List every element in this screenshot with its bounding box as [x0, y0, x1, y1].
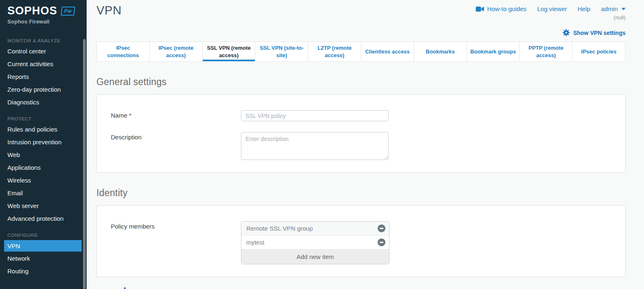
- sidebar-scrollbar-track[interactable]: [82, 39, 87, 289]
- sophos-logo: SOPHOS: [7, 5, 57, 17]
- nav-section-monitor-analyze: MONITOR & ANALYZE: [0, 36, 87, 45]
- sidebar-item-web-server[interactable]: Web server: [4, 199, 82, 212]
- sidebar-item-diagnostics[interactable]: Diagnostics: [4, 96, 82, 109]
- list-item: Remote SSL VPN group: [241, 222, 389, 236]
- sidebar-item-web[interactable]: Web: [4, 148, 82, 161]
- nav-section-protect: PROTECT: [0, 114, 87, 123]
- sidebar-item-reports[interactable]: Reports: [4, 70, 82, 83]
- general-settings-heading: General settings: [96, 76, 626, 88]
- sidebar: SOPHOS Fw Sophos Firewall MONITOR & ANAL…: [0, 0, 87, 289]
- user-name: admin: [601, 5, 618, 12]
- next-section-heading-fragment: [124, 287, 126, 289]
- list-item: mytest: [241, 236, 389, 250]
- tab-l2tp-remote-access[interactable]: L2TP (remote access): [308, 42, 361, 61]
- show-vpn-settings-button[interactable]: Show VPN settings: [563, 29, 626, 36]
- page-title: VPN: [96, 4, 121, 17]
- tab-ssl-vpn-site-to-site[interactable]: SSL VPN (site-to-site): [255, 42, 308, 61]
- tab-ipsec-policies[interactable]: IPsec policies: [573, 42, 626, 61]
- description-label: Description: [111, 132, 241, 141]
- tab-bookmark-groups[interactable]: Bookmark groups: [467, 42, 520, 61]
- firewall-badge-icon: Fw: [60, 7, 75, 16]
- sidebar-item-routing[interactable]: Routing: [4, 265, 82, 277]
- name-label: Name *: [111, 110, 241, 119]
- main-content: VPN How-to guides Log viewer Help: [87, 0, 644, 289]
- tab-ipsec-remote-access[interactable]: IPsec (remote access): [150, 42, 203, 61]
- nav-section-configure: CONFIGURE: [0, 231, 87, 239]
- policy-members-list: Remote SSL VPN group mytest Add new item: [241, 221, 390, 264]
- sidebar-item-network[interactable]: Network: [4, 252, 82, 265]
- name-input[interactable]: [241, 110, 389, 121]
- sidebar-item-rules-and-policies[interactable]: Rules and policies: [4, 123, 82, 136]
- video-camera-icon: [476, 6, 484, 12]
- tab-clientless-access[interactable]: Clientless access: [361, 42, 414, 61]
- help-link[interactable]: Help: [578, 5, 590, 12]
- policy-members-label: Policy members: [111, 221, 241, 230]
- brand-subtitle: Sophos Firewall: [7, 18, 79, 25]
- minus-circle-icon[interactable]: [378, 238, 385, 246]
- log-viewer-label: Log viewer: [537, 5, 567, 12]
- description-textarea[interactable]: [241, 132, 389, 160]
- minus-circle-icon[interactable]: [378, 224, 385, 232]
- sidebar-item-intrusion-prevention[interactable]: Intrusion prevention: [4, 136, 82, 148]
- general-settings-card: Name * Description: [96, 94, 626, 173]
- user-menu[interactable]: admin: [601, 5, 626, 12]
- add-new-item-button[interactable]: Add new item: [241, 250, 389, 264]
- tab-pptp-remote-access[interactable]: PPTP (remote access): [520, 42, 573, 61]
- tab-ssl-vpn-remote-access[interactable]: SSL VPN (remote access): [203, 42, 256, 61]
- member-name: mytest: [246, 239, 264, 246]
- sidebar-item-zero-day-protection[interactable]: Zero-day protection: [4, 83, 82, 96]
- sidebar-scrollbar-thumb[interactable]: [83, 39, 86, 289]
- utility-area: How-to guides Log viewer Help admin (nul…: [476, 4, 626, 21]
- identity-heading: Identity: [96, 187, 626, 199]
- tab-bookmarks[interactable]: Bookmarks: [414, 42, 467, 61]
- caret-down-icon: [621, 8, 626, 10]
- identity-card: Policy members Remote SSL VPN group myte…: [96, 205, 626, 277]
- sidebar-item-vpn[interactable]: VPN: [4, 240, 82, 252]
- sidebar-item-control-center[interactable]: Control center: [4, 45, 82, 58]
- member-name: Remote SSL VPN group: [246, 225, 313, 232]
- user-subtext: (null): [476, 14, 626, 21]
- gear-icon: [563, 29, 570, 36]
- sidebar-item-advanced-protection[interactable]: Advanced protection: [4, 212, 82, 225]
- sidebar-item-current-activities[interactable]: Current activities: [4, 58, 82, 70]
- sidebar-item-email[interactable]: Email: [4, 187, 82, 199]
- log-viewer-link[interactable]: Log viewer: [537, 5, 567, 12]
- brand-logo: SOPHOS Fw Sophos Firewall: [0, 0, 87, 25]
- sidebar-item-applications[interactable]: Applications: [4, 161, 82, 174]
- vpn-tabstrip: IPsec connections IPsec (remote access) …: [96, 42, 626, 62]
- sidebar-nav: MONITOR & ANALYZE Control center Current…: [0, 36, 87, 277]
- show-vpn-settings-label: Show VPN settings: [573, 30, 626, 36]
- help-label: Help: [578, 5, 590, 12]
- sidebar-item-wireless[interactable]: Wireless: [4, 174, 82, 187]
- howto-guides-link[interactable]: How-to guides: [476, 5, 527, 12]
- tab-ipsec-connections[interactable]: IPsec connections: [96, 42, 150, 61]
- howto-guides-label: How-to guides: [487, 5, 527, 12]
